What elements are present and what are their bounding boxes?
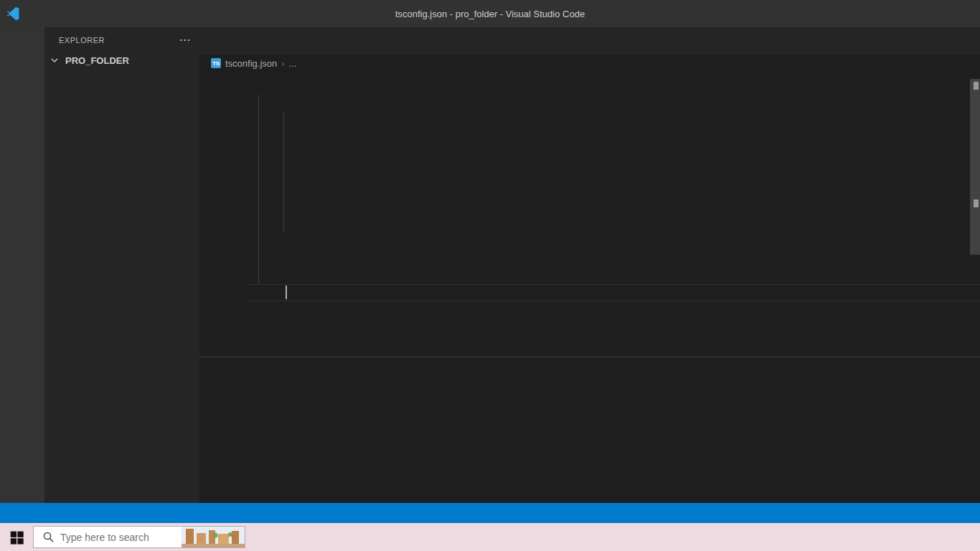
terminal[interactable]	[199, 383, 980, 503]
overview-ruler-mark	[974, 82, 979, 90]
taskbar-search-box[interactable]	[33, 526, 245, 548]
windows-taskbar	[0, 523, 980, 551]
editor-actions	[970, 27, 980, 55]
text-cursor	[286, 286, 287, 299]
status-bar	[0, 503, 980, 523]
tree-root-folder[interactable]: PRO_FOLDER	[44, 52, 199, 68]
overview-ruler-mark	[974, 199, 979, 207]
editor-tab-bar	[199, 27, 980, 55]
breadcrumb-file[interactable]: tsconfig.json	[225, 58, 277, 69]
sidebar-title: EXPLORER	[59, 36, 105, 44]
title-bar: tsconfig.json - pro_folder - Visual Stud…	[0, 0, 980, 27]
window-title: tsconfig.json - pro_folder - Visual Stud…	[395, 9, 585, 19]
editor-scrollbar[interactable]	[970, 79, 980, 255]
bottom-panel	[199, 357, 980, 503]
breadcrumb[interactable]: TS tsconfig.json › ...	[199, 55, 980, 72]
search-input[interactable]	[60, 532, 182, 543]
root-folder-label: PRO_FOLDER	[65, 55, 129, 66]
activity-bar	[0, 27, 44, 503]
windows-logo-icon	[9, 529, 24, 545]
chevron-down-icon	[47, 55, 62, 66]
search-box-daily-image	[182, 527, 245, 547]
sidebar-explorer: EXPLORER ⋯ PRO_FOLDER	[44, 27, 199, 503]
code-editor[interactable]	[199, 72, 980, 357]
start-button[interactable]	[0, 523, 33, 551]
breadcrumb-separator-icon: ›	[281, 58, 284, 69]
search-icon	[42, 531, 55, 543]
ts-file-icon: TS	[211, 58, 221, 68]
file-tree: PRO_FOLDER	[44, 52, 199, 503]
explorer-more-actions-icon[interactable]: ⋯	[179, 33, 192, 47]
vscode-logo-icon	[0, 6, 26, 22]
breadcrumb-more[interactable]: ...	[289, 58, 297, 69]
